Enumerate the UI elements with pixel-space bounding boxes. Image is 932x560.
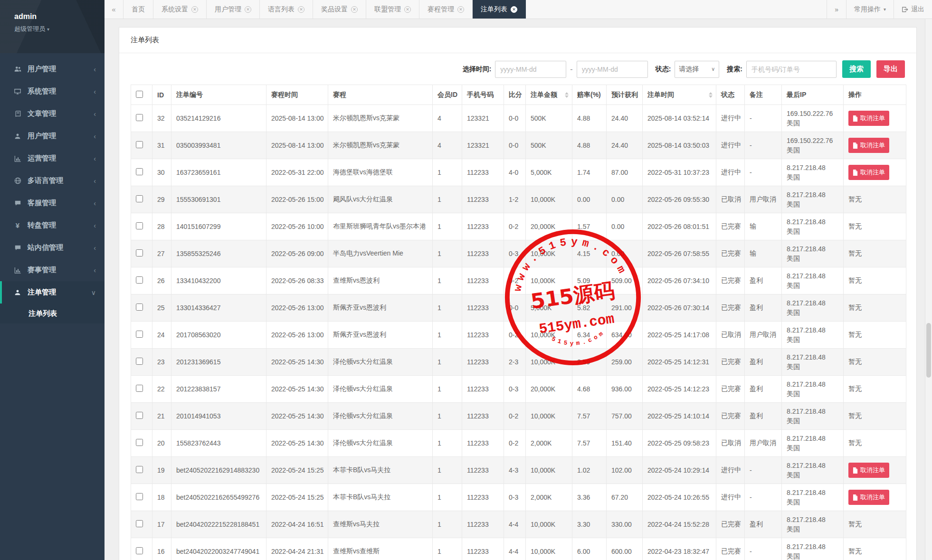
close-icon[interactable]: ✕ <box>404 6 411 13</box>
sidebar-item-9[interactable]: 站内信管理‹ <box>0 237 105 259</box>
row-checkbox[interactable] <box>136 358 143 365</box>
sidebar-item-11[interactable]: 注单管理∨ <box>0 281 105 304</box>
cell-member_id: 1 <box>433 213 462 240</box>
sidebar-item-6[interactable]: 多语言管理‹ <box>0 170 105 192</box>
cell-score: 0-2 <box>504 267 526 294</box>
close-icon[interactable]: ✕ <box>511 6 517 13</box>
cell-match: 泽伦顿vs大分红温泉 <box>328 430 433 457</box>
sidebar-item-5[interactable]: 运营管理‹ <box>0 147 105 170</box>
row-checkbox-cell <box>131 105 152 132</box>
cancel-order-button[interactable]: 取消注单 <box>848 463 889 478</box>
sort-icon[interactable] <box>565 92 569 98</box>
cell-order_time: 2022-05-24 10:29:14 <box>643 457 716 484</box>
row-checkbox[interactable] <box>136 141 143 148</box>
row-checkbox[interactable] <box>136 195 143 202</box>
file-icon <box>853 142 858 149</box>
sidebar-item-label: 站内信管理 <box>28 243 63 252</box>
row-checkbox[interactable] <box>136 168 143 175</box>
date-from-input[interactable] <box>495 61 566 78</box>
cell-action: 取消注单 <box>844 457 906 484</box>
sidebar: admin 超级管理员▾ 用户管理‹系统管理‹文章管理‹用户管理‹运营管理‹多语… <box>0 0 105 560</box>
tabs-scroll-right-button[interactable]: » <box>827 0 846 19</box>
tab-赛程管理[interactable]: 赛程管理✕ <box>419 0 473 19</box>
column-header-注单时间[interactable]: 注单时间 <box>643 85 716 105</box>
row-checkbox[interactable] <box>136 276 143 284</box>
cell-amount: 10,000K <box>526 240 572 267</box>
status-select[interactable]: 请选择 ∨ <box>675 61 719 78</box>
sidebar-item-7[interactable]: 客服管理‹ <box>0 192 105 214</box>
vertical-scrollbar[interactable] <box>925 19 932 560</box>
tab-奖品设置[interactable]: 奖品设置✕ <box>313 0 366 19</box>
close-icon[interactable]: ✕ <box>191 6 198 13</box>
cell-remark: - <box>745 538 782 560</box>
date-to-input[interactable] <box>577 61 648 78</box>
sidebar-item-2[interactable]: 系统管理‹ <box>0 80 105 103</box>
cancel-order-button[interactable]: 取消注单 <box>848 111 889 126</box>
column-header-预计获利: 预计获利 <box>607 85 643 105</box>
cell-id: 25 <box>152 294 171 322</box>
row-checkbox[interactable] <box>136 547 143 554</box>
quick-actions-label: 常用操作 <box>854 5 881 14</box>
sidebar-item-4[interactable]: 用户管理‹ <box>0 125 105 147</box>
column-header-注单金额[interactable]: 注单金额 <box>526 85 572 105</box>
row-checkbox[interactable] <box>136 114 143 121</box>
tab-注单列表[interactable]: 注单列表✕ <box>473 0 526 19</box>
tab-用户管理[interactable]: 用户管理✕ <box>207 0 260 19</box>
row-checkbox-cell <box>131 186 152 213</box>
sidebar-item-1[interactable]: 用户管理‹ <box>0 58 105 80</box>
table-row-28: 281401516072992022-05-26 10:00布里斯班狮吼青年队v… <box>131 213 906 240</box>
row-checkbox[interactable] <box>136 222 143 229</box>
row-checkbox[interactable] <box>136 304 143 311</box>
quick-actions-dropdown[interactable]: 常用操作 ▾ <box>846 0 894 19</box>
cell-action: 暂无 <box>844 403 906 430</box>
sidebar-item-label: 多语言管理 <box>28 176 63 185</box>
cell-last-ip: 169.150.222.76美国 <box>782 132 844 159</box>
scrollbar-thumb[interactable] <box>926 323 931 378</box>
row-checkbox[interactable] <box>136 249 143 256</box>
row-checkbox[interactable] <box>136 331 143 338</box>
row-checkbox[interactable] <box>136 412 143 419</box>
search-button[interactable]: 搜索 <box>842 60 871 78</box>
chart-icon <box>13 155 22 162</box>
cell-id: 30 <box>152 159 171 186</box>
close-icon[interactable]: ✕ <box>351 6 358 13</box>
close-icon[interactable]: ✕ <box>298 6 304 13</box>
cell-match_time: 2022-05-26 10:00 <box>266 213 328 240</box>
cancel-order-button[interactable]: 取消注单 <box>848 138 889 153</box>
tab-联盟管理[interactable]: 联盟管理✕ <box>366 0 419 19</box>
cancel-order-button[interactable]: 取消注单 <box>848 490 889 505</box>
close-icon[interactable]: ✕ <box>245 6 251 13</box>
cell-order_time: 2022-05-26 08:01:51 <box>643 213 716 240</box>
cell-status: 进行中 <box>716 132 745 159</box>
row-checkbox[interactable] <box>136 520 143 527</box>
logout-button[interactable]: 退出 <box>894 0 932 19</box>
select-all-checkbox[interactable] <box>136 91 143 98</box>
logout-label: 退出 <box>911 5 924 14</box>
tab-语言列表[interactable]: 语言列表✕ <box>260 0 313 19</box>
cell-order_time: 2025-08-14 03:52:14 <box>643 105 716 132</box>
sidebar-item-10[interactable]: 赛事管理‹ <box>0 259 105 281</box>
tab-系统设置[interactable]: 系统设置✕ <box>153 0 207 19</box>
cell-member_id: 1 <box>433 267 462 294</box>
row-checkbox[interactable] <box>136 385 143 392</box>
row-checkbox[interactable] <box>136 493 143 500</box>
cell-match_time: 2022-05-26 09:00 <box>266 240 328 267</box>
sidebar-item-8[interactable]: ¥转盘管理‹ <box>0 214 105 237</box>
search-input[interactable] <box>746 61 837 78</box>
tab-首页[interactable]: 首页 <box>124 0 153 19</box>
sidebar-item-3[interactable]: 文章管理‹ <box>0 103 105 125</box>
close-icon[interactable]: ✕ <box>457 6 464 13</box>
cell-order_no: 201014941053 <box>171 403 266 430</box>
sort-icon[interactable] <box>709 92 713 98</box>
row-checkbox[interactable] <box>136 466 143 473</box>
cell-order_time: 2022-04-23 18:32:47 <box>643 538 716 560</box>
row-checkbox[interactable] <box>136 439 143 446</box>
cancel-order-button[interactable]: 取消注单 <box>848 165 889 180</box>
admin-role-dropdown[interactable]: 超级管理员▾ <box>14 25 105 33</box>
sidebar-subitem-注单列表[interactable]: 注单列表 <box>0 304 105 323</box>
sidebar-item-label: 运营管理 <box>28 154 56 163</box>
tabs-scroll-left-button[interactable]: « <box>105 0 124 19</box>
export-button[interactable]: 导出 <box>876 60 905 78</box>
table-row-24: 242017085630202022-05-26 13:00斯佩齐亚vs恩波利1… <box>131 322 906 349</box>
comment-icon <box>13 199 22 207</box>
